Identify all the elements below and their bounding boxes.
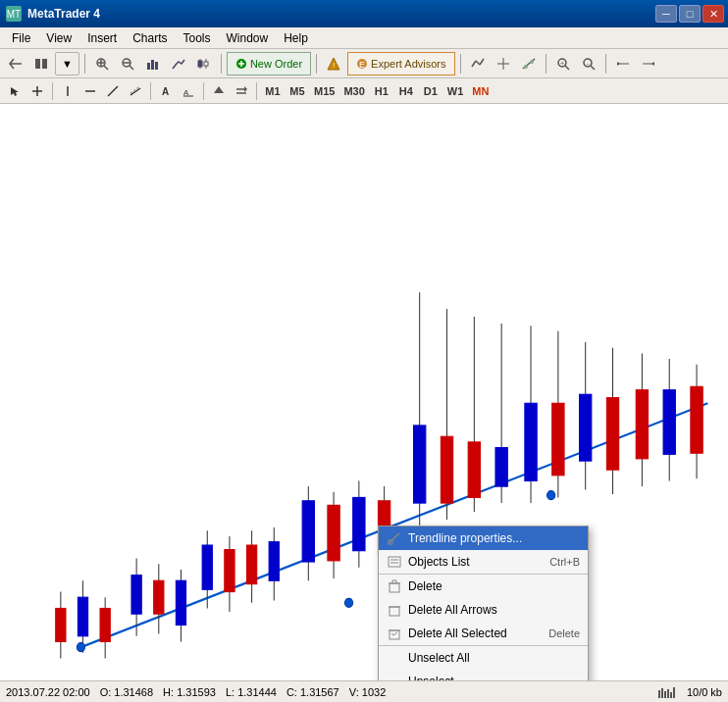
status-size: 10/0 kb xyxy=(687,686,722,698)
menu-window[interactable]: Window xyxy=(219,29,277,47)
ctx-delete-all-selected[interactable]: Delete All Selected Delete xyxy=(379,622,588,645)
ctx-delete[interactable]: Delete xyxy=(379,574,588,598)
toolbar-sep-3 xyxy=(316,54,317,74)
status-bar: 2013.07.22 02:00 O: 1.31468 H: 1.31593 L… xyxy=(0,680,728,702)
close-button[interactable]: ✕ xyxy=(702,5,724,23)
context-menu: Trendline properties... Objects List Ctr… xyxy=(378,526,589,680)
svg-rect-75 xyxy=(246,545,256,584)
toolbar-sep-5 xyxy=(546,54,546,74)
timeframe-m5[interactable]: M5 xyxy=(286,80,309,102)
svg-rect-77 xyxy=(269,542,279,581)
status-date: 2013.07.22 02:00 xyxy=(6,686,90,698)
new-order-button[interactable]: New Order xyxy=(227,52,311,75)
timeframe-m1[interactable]: M1 xyxy=(261,80,285,102)
expert-advisors-button[interactable]: E Expert Advisors xyxy=(347,52,454,75)
maximize-button[interactable]: □ xyxy=(679,5,701,23)
svg-rect-128 xyxy=(664,691,666,698)
tool-channel[interactable] xyxy=(125,80,146,102)
tool-text[interactable]: A xyxy=(155,80,177,102)
svg-point-29 xyxy=(524,65,528,69)
svg-line-111 xyxy=(389,533,399,543)
toolbar-history-2[interactable] xyxy=(637,52,660,75)
trendline-icon xyxy=(387,530,402,546)
status-bars-icon xyxy=(657,686,677,698)
toolbar-indicator-2[interactable] xyxy=(492,52,515,75)
svg-rect-126 xyxy=(658,690,660,698)
objects-list-icon xyxy=(387,554,402,570)
svg-rect-61 xyxy=(78,597,87,636)
svg-line-24 xyxy=(476,61,480,65)
svg-rect-63 xyxy=(100,609,110,642)
svg-rect-95 xyxy=(525,403,537,480)
toolbar-line-chart[interactable] xyxy=(167,52,190,75)
unselect-icon xyxy=(387,674,402,680)
menu-help[interactable]: Help xyxy=(276,29,316,47)
svg-rect-71 xyxy=(202,545,212,589)
main-toolbar: ▼ New Order ! xyxy=(0,49,728,78)
toolbar-zoom-out[interactable] xyxy=(116,52,139,75)
toolbar-history-1[interactable] xyxy=(611,52,635,75)
trendline-properties-label: Trendline properties... xyxy=(408,531,522,545)
chart-toolbar: A A M1 M5 M15 M30 H1 H4 D1 W1 MN xyxy=(0,78,728,104)
timeframe-h4[interactable]: H4 xyxy=(394,80,418,102)
ctx-unselect[interactable]: Unselect xyxy=(379,670,588,680)
toolbar-candle-chart[interactable] xyxy=(192,52,216,75)
svg-rect-130 xyxy=(670,692,672,698)
toolbar-indicator-3[interactable] xyxy=(517,52,541,75)
toolbar-indicator-1[interactable] xyxy=(466,52,490,75)
toolbar-warning[interactable]: ! xyxy=(322,52,345,75)
tool-arrows[interactable] xyxy=(208,80,230,102)
svg-line-3 xyxy=(104,66,108,70)
menu-insert[interactable]: Insert xyxy=(79,29,125,47)
tool-label[interactable]: A xyxy=(178,80,199,102)
toolbar-zoom-out-chart[interactable]: - xyxy=(577,52,600,75)
ctx-objects-list[interactable]: Objects List Ctrl+B xyxy=(379,550,588,574)
timeframe-d1[interactable]: D1 xyxy=(419,80,442,102)
svg-rect-56 xyxy=(0,104,728,680)
svg-rect-69 xyxy=(176,580,185,625)
chart-area: Trendline properties... Objects List Ctr… xyxy=(0,104,728,680)
svg-text:!: ! xyxy=(333,61,335,70)
tool-pointer[interactable] xyxy=(4,80,26,102)
menu-view[interactable]: View xyxy=(38,29,79,47)
svg-rect-93 xyxy=(495,448,507,487)
delete-icon xyxy=(387,578,402,594)
tool-trendline[interactable] xyxy=(102,80,124,102)
tool-more[interactable] xyxy=(231,80,252,102)
main-layout: MT MetaTrader 4 ─ □ ✕ File View Insert C… xyxy=(0,0,728,702)
status-volume: V: 1032 xyxy=(349,686,387,698)
svg-rect-131 xyxy=(673,687,675,698)
menu-file[interactable]: File xyxy=(4,29,38,47)
toolbar-chart-type[interactable] xyxy=(141,52,165,75)
tool-crosshair[interactable] xyxy=(26,80,48,102)
ctx-delete-all-arrows[interactable]: Delete All Arrows xyxy=(379,598,588,622)
toolbar-back-btn[interactable] xyxy=(4,52,27,75)
tool-horizontal-line[interactable] xyxy=(79,80,101,102)
svg-rect-87 xyxy=(413,426,425,503)
status-open: O: 1.31468 xyxy=(100,686,153,698)
toolbar-nav-btn2[interactable] xyxy=(29,52,53,75)
timeframe-m30[interactable]: M30 xyxy=(339,80,368,102)
timeframe-mn[interactable]: MN xyxy=(468,80,493,102)
toolbar-dropdown[interactable]: ▼ xyxy=(55,52,79,75)
timeframe-h1[interactable]: H1 xyxy=(370,80,393,102)
window-title: MetaTrader 4 xyxy=(27,7,100,21)
menu-charts[interactable]: Charts xyxy=(125,29,175,47)
svg-line-47 xyxy=(130,88,140,95)
ctx-trendline-properties[interactable]: Trendline properties... xyxy=(379,526,588,550)
toolbar-zoom-in[interactable] xyxy=(90,52,114,75)
svg-rect-89 xyxy=(441,436,452,503)
ctx-unselect-all[interactable]: Unselect All xyxy=(379,645,588,670)
svg-rect-103 xyxy=(636,390,648,459)
toolbar-sep-6 xyxy=(605,54,606,74)
minimize-button[interactable]: ─ xyxy=(655,5,677,23)
svg-rect-107 xyxy=(691,386,702,453)
svg-marker-38 xyxy=(617,62,620,66)
timeframe-w1[interactable]: W1 xyxy=(443,80,468,102)
chart-toolbar-sep-2 xyxy=(150,82,151,100)
timeframe-m15[interactable]: M15 xyxy=(310,80,338,102)
status-close: C: 1.31567 xyxy=(286,686,339,698)
tool-vertical-line[interactable] xyxy=(57,80,78,102)
toolbar-zoom-in-chart[interactable]: + xyxy=(551,52,575,75)
menu-tools[interactable]: Tools xyxy=(176,29,219,47)
